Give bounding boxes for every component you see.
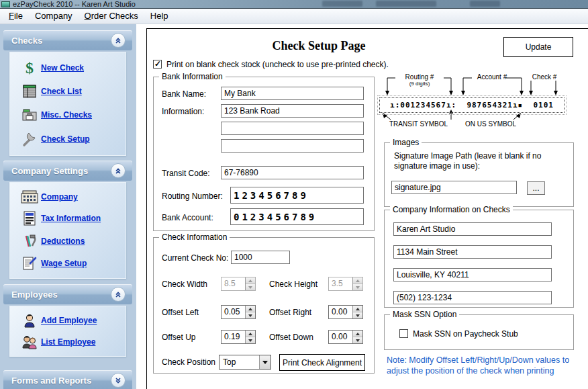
company-phone-input[interactable] bbox=[393, 291, 552, 304]
sidebar-section-company-settings[interactable]: Company Settings bbox=[3, 161, 132, 181]
routing-digits-annotation: (9 digits) bbox=[393, 81, 446, 87]
building-icon bbox=[18, 189, 41, 204]
offset-right-label: Offset Right bbox=[269, 308, 311, 317]
company-street-input[interactable] bbox=[393, 245, 552, 259]
current-check-no-input[interactable] bbox=[231, 251, 290, 264]
company-link[interactable]: Company bbox=[41, 192, 78, 202]
sidebar-item-add-employee[interactable]: Add Employee bbox=[10, 313, 126, 328]
notepad-icon bbox=[18, 255, 41, 271]
sidebar-section-forms-and-reports[interactable]: Forms and Reports bbox=[3, 370, 132, 389]
bank-account-input[interactable] bbox=[230, 208, 364, 225]
section-title: Company Settings bbox=[3, 166, 88, 176]
sidebar-item-misc-checks[interactable]: Misc. Checks bbox=[10, 107, 126, 123]
background-window-artifact bbox=[376, 1, 436, 7]
routing-number-input[interactable] bbox=[230, 187, 364, 204]
sidebar-item-deductions[interactable]: Deductions bbox=[10, 233, 126, 249]
onus-symbol-annotation: ON US SYMBOL bbox=[465, 120, 516, 128]
print-blank-stock-row: Print on blank check stock (uncheck to u… bbox=[153, 60, 389, 69]
misc-checks-icon bbox=[18, 107, 41, 123]
menu-company[interactable]: Company bbox=[29, 9, 79, 24]
bank-name-input[interactable] bbox=[221, 87, 364, 100]
check-position-select[interactable]: Top bbox=[219, 355, 271, 370]
wage-setup-link[interactable]: Wage Setup bbox=[41, 259, 87, 268]
sidebar-item-tax-information[interactable]: Tax Information bbox=[10, 210, 126, 226]
tax-information-link[interactable]: Tax Information bbox=[41, 214, 101, 223]
mask-ssn-legend: Mask SSN Option bbox=[390, 310, 459, 319]
people-icon bbox=[18, 335, 41, 349]
offset-up-spinner[interactable]: 0.19 bbox=[221, 330, 256, 344]
sidebar-item-wage-setup[interactable]: Wage Setup bbox=[10, 255, 126, 271]
check-setup-link[interactable]: Check Setup bbox=[41, 134, 90, 144]
spinner-arrows-icon[interactable] bbox=[352, 331, 362, 343]
sidebar: Checks $ New Check Check List Misc. Chec… bbox=[0, 24, 136, 389]
print-check-alignment-button[interactable]: Print Check Alignment bbox=[279, 354, 365, 371]
images-legend: Images bbox=[390, 138, 422, 147]
spinner-arrows-icon bbox=[245, 277, 255, 290]
spinner-arrows-icon[interactable] bbox=[352, 306, 362, 318]
menubar: File Company Order Checks Help bbox=[0, 9, 588, 24]
bank-information-group: Bank Information Bank Name: Information:… bbox=[153, 77, 375, 231]
bank-information-input-1[interactable] bbox=[221, 104, 364, 118]
sidebar-item-check-setup[interactable]: Check Setup bbox=[10, 131, 126, 147]
dropdown-arrow-icon[interactable] bbox=[259, 355, 271, 369]
offset-down-spinner[interactable]: 0.00 bbox=[328, 330, 363, 344]
list-employee-link[interactable]: List Employee bbox=[41, 337, 95, 347]
offset-up-label: Offset Up bbox=[162, 333, 195, 342]
spinner-arrows-icon[interactable] bbox=[245, 331, 255, 343]
ezpaycheck-window: ezPayCheck 2010 -- Karen Art Studio File… bbox=[0, 0, 588, 389]
sidebar-section-checks[interactable]: Checks bbox=[3, 30, 132, 50]
spinner-arrows-icon[interactable] bbox=[245, 306, 255, 318]
transit-code-input[interactable] bbox=[221, 166, 364, 179]
chevron-up-icon[interactable] bbox=[111, 287, 126, 302]
print-blank-stock-checkbox[interactable] bbox=[153, 60, 162, 69]
section-title: Checks bbox=[3, 36, 42, 46]
account-number-annotation: Account # bbox=[465, 73, 519, 81]
menu-file[interactable]: File bbox=[3, 9, 29, 24]
browse-button[interactable]: ... bbox=[527, 181, 545, 195]
chevron-up-icon[interactable] bbox=[111, 33, 126, 48]
current-check-no-label: Current Check No: bbox=[162, 253, 228, 263]
sidebar-item-list-employee[interactable]: List Employee bbox=[10, 335, 126, 349]
offset-right-spinner[interactable]: 0.00 bbox=[328, 305, 363, 319]
bank-information-input-3[interactable] bbox=[221, 139, 364, 153]
information-label: Information: bbox=[162, 107, 204, 116]
offset-left-label: Offset Left bbox=[162, 308, 199, 317]
dollar-icon: $ bbox=[18, 60, 41, 75]
check-height-label: Check Height bbox=[269, 279, 317, 289]
offset-note: Note: Modify Offset Left/Right/Up/Down v… bbox=[387, 355, 583, 376]
sidebar-item-new-check[interactable]: $ New Check bbox=[10, 60, 126, 75]
bank-name-label: Bank Name: bbox=[162, 89, 206, 99]
titlebar[interactable]: ezPayCheck 2010 -- Karen Art Studio bbox=[0, 0, 588, 9]
section-title: Forms and Reports bbox=[3, 376, 91, 386]
mask-ssn-group: Mask SSN Option Mask SSN on Paycheck Stu… bbox=[384, 314, 574, 350]
new-check-link[interactable]: New Check bbox=[41, 63, 84, 73]
tools-icon bbox=[18, 233, 41, 249]
offset-left-spinner[interactable]: 0.05 bbox=[221, 305, 256, 319]
sidebar-section-employees[interactable]: Employees bbox=[3, 284, 132, 304]
signature-path-label: Signature Image Path (leave it blank if … bbox=[394, 151, 555, 171]
signature-path-input[interactable] bbox=[391, 181, 517, 194]
chevron-down-icon[interactable] bbox=[111, 373, 126, 388]
sidebar-item-company[interactable]: Company bbox=[10, 189, 126, 204]
bank-information-legend: Bank Information bbox=[159, 72, 226, 81]
check-list-link[interactable]: Check List bbox=[41, 87, 82, 96]
background-window-artifact bbox=[470, 1, 500, 7]
offset-down-label: Offset Down bbox=[269, 333, 313, 342]
update-button[interactable]: Update bbox=[503, 37, 573, 57]
sidebar-item-check-list[interactable]: Check List bbox=[10, 83, 126, 99]
window-title: ezPayCheck 2010 -- Karen Art Studio bbox=[13, 0, 136, 8]
bank-information-input-2[interactable] bbox=[221, 122, 364, 135]
mask-ssn-checkbox[interactable] bbox=[399, 329, 408, 338]
company-name-input[interactable] bbox=[393, 222, 552, 236]
routing-number-label: Routing Number: bbox=[162, 191, 223, 201]
deductions-link[interactable]: Deductions bbox=[41, 236, 85, 246]
company-city-input[interactable] bbox=[393, 268, 552, 282]
misc-checks-link[interactable]: Misc. Checks bbox=[41, 110, 92, 120]
menu-order-checks[interactable]: Order Checks bbox=[79, 9, 144, 24]
add-employee-link[interactable]: Add Employee bbox=[41, 316, 97, 325]
check-information-group: Check Information Current Check No: Chec… bbox=[153, 237, 375, 374]
main-content: Check Setup Page Update Print on blank c… bbox=[136, 24, 588, 389]
chevron-up-icon[interactable] bbox=[111, 163, 126, 178]
menu-help[interactable]: Help bbox=[144, 9, 175, 24]
mask-ssn-row: Mask SSN on Paycheck Stub bbox=[399, 329, 518, 339]
